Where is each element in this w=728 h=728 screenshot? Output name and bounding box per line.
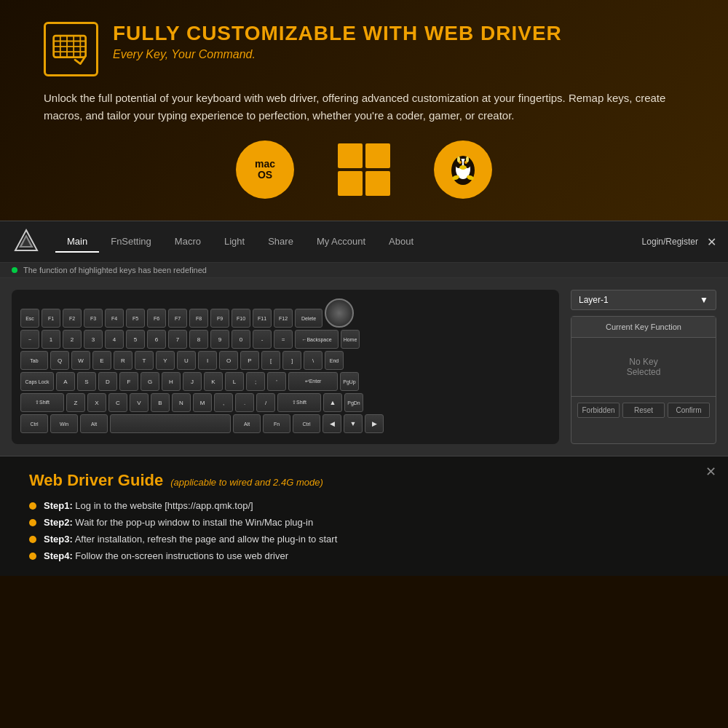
key-f11[interactable]: F11: [253, 309, 272, 328]
header-row: FULLY CUSTOMIZABLE WITH WEB DRIVER Every…: [44, 22, 684, 76]
key-enter[interactable]: ↵Enter: [288, 372, 338, 391]
guide-close-button[interactable]: ✕: [705, 464, 716, 480]
title-block: FULLY CUSTOMIZABLE WITH WEB DRIVER Every…: [113, 22, 562, 61]
key-1[interactable]: 1: [41, 330, 60, 349]
nav-fnsetting[interactable]: FnSetting: [99, 232, 163, 253]
key-0[interactable]: 0: [232, 330, 250, 349]
key-u[interactable]: U: [177, 351, 196, 370]
key-8[interactable]: 8: [189, 330, 208, 349]
guide-step-3: Step3: After installation, refresh the p…: [29, 534, 699, 545]
key-pgdn[interactable]: PgDn: [344, 393, 363, 412]
key-backspace[interactable]: ←Backspace: [295, 330, 339, 349]
key-d[interactable]: D: [98, 372, 117, 391]
key-equals[interactable]: =: [274, 330, 293, 349]
key-left[interactable]: ◀: [323, 414, 341, 433]
key-s[interactable]: S: [77, 372, 96, 391]
key-tilde[interactable]: ~: [20, 330, 39, 349]
key-5[interactable]: 5: [126, 330, 145, 349]
nav-macro[interactable]: Macro: [163, 232, 213, 253]
key-e[interactable]: E: [92, 351, 111, 370]
key-right[interactable]: ▶: [365, 414, 384, 433]
key-pgup[interactable]: PgUp: [340, 372, 359, 391]
key-o[interactable]: O: [219, 351, 238, 370]
key-j[interactable]: J: [183, 372, 202, 391]
key-f1[interactable]: F1: [41, 309, 60, 328]
nav-about[interactable]: About: [377, 232, 425, 253]
key-minus[interactable]: -: [253, 330, 272, 349]
key-2[interactable]: 2: [63, 330, 82, 349]
key-g[interactable]: G: [141, 372, 159, 391]
key-fn[interactable]: Fn: [263, 414, 290, 433]
key-f10[interactable]: F10: [232, 309, 250, 328]
confirm-button[interactable]: Confirm: [668, 403, 710, 418]
key-3[interactable]: 3: [84, 330, 103, 349]
key-7[interactable]: 7: [168, 330, 187, 349]
key-lctrl[interactable]: Ctrl: [20, 414, 48, 433]
key-f7[interactable]: F7: [168, 309, 187, 328]
key-backslash[interactable]: \: [304, 351, 323, 370]
nav-share[interactable]: Share: [256, 232, 305, 253]
key-rshift[interactable]: ⇧Shift: [277, 393, 321, 412]
key-f[interactable]: F: [119, 372, 138, 391]
key-delete[interactable]: Delete: [295, 309, 323, 328]
key-ralt[interactable]: Alt: [233, 414, 261, 433]
key-l[interactable]: L: [225, 372, 244, 391]
key-up[interactable]: ▲: [323, 393, 342, 412]
key-r[interactable]: R: [114, 351, 132, 370]
key-semicolon[interactable]: ;: [246, 372, 265, 391]
forbidden-button[interactable]: Forbidden: [577, 403, 620, 418]
key-z[interactable]: Z: [66, 393, 85, 412]
key-4[interactable]: 4: [105, 330, 124, 349]
key-rctrl[interactable]: Ctrl: [293, 414, 320, 433]
key-m[interactable]: M: [193, 393, 212, 412]
nav-light[interactable]: Light: [213, 232, 256, 253]
key-down[interactable]: ▼: [344, 414, 363, 433]
key-end[interactable]: End: [325, 351, 344, 370]
key-period[interactable]: .: [235, 393, 254, 412]
key-x[interactable]: X: [87, 393, 106, 412]
key-f6[interactable]: F6: [147, 309, 166, 328]
key-lwin[interactable]: Win: [50, 414, 78, 433]
key-v[interactable]: V: [130, 393, 149, 412]
key-f5[interactable]: F5: [126, 309, 145, 328]
layer-select[interactable]: Layer-1 ▼: [571, 290, 716, 310]
key-6[interactable]: 6: [147, 330, 166, 349]
key-y[interactable]: Y: [156, 351, 175, 370]
key-f12[interactable]: F12: [274, 309, 293, 328]
key-rbracket[interactable]: ]: [282, 351, 301, 370]
key-k[interactable]: K: [204, 372, 223, 391]
nav-myaccount[interactable]: My Account: [305, 232, 377, 253]
key-home[interactable]: Home: [341, 330, 360, 349]
key-slash[interactable]: /: [256, 393, 275, 412]
key-f8[interactable]: F8: [189, 309, 208, 328]
key-comma[interactable]: ,: [214, 393, 233, 412]
key-f9[interactable]: F9: [210, 309, 229, 328]
key-q[interactable]: Q: [50, 351, 69, 370]
key-b[interactable]: B: [151, 393, 170, 412]
reset-button[interactable]: Reset: [622, 403, 665, 418]
key-f4[interactable]: F4: [105, 309, 124, 328]
app-close-button[interactable]: ✕: [707, 235, 716, 249]
key-f3[interactable]: F3: [84, 309, 103, 328]
key-w[interactable]: W: [71, 351, 90, 370]
key-lalt[interactable]: Alt: [80, 414, 108, 433]
key-i[interactable]: I: [198, 351, 217, 370]
key-a[interactable]: A: [56, 372, 75, 391]
key-n[interactable]: N: [172, 393, 191, 412]
key-c[interactable]: C: [108, 393, 127, 412]
key-space[interactable]: [110, 414, 231, 433]
key-tab[interactable]: Tab: [20, 351, 48, 370]
key-lbracket[interactable]: [: [261, 351, 280, 370]
login-register-button[interactable]: Login/Register: [642, 237, 698, 247]
nav-main[interactable]: Main: [55, 232, 99, 253]
key-capslock[interactable]: Caps Lock: [20, 372, 54, 391]
key-t[interactable]: T: [135, 351, 154, 370]
key-f2[interactable]: F2: [63, 309, 82, 328]
key-esc[interactable]: Esc: [20, 309, 39, 328]
encoder-knob[interactable]: [325, 298, 354, 328]
key-quote[interactable]: ': [267, 372, 286, 391]
key-9[interactable]: 9: [210, 330, 229, 349]
key-p[interactable]: P: [240, 351, 259, 370]
key-lshift[interactable]: ⇧Shift: [20, 393, 64, 412]
key-h[interactable]: H: [162, 372, 181, 391]
